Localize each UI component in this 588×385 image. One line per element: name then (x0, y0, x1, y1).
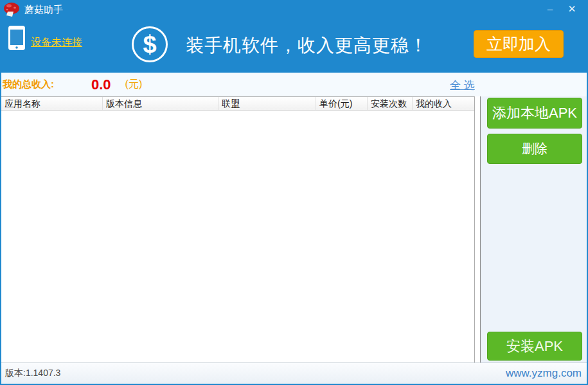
close-button[interactable]: ✕ (561, 1, 583, 18)
column-header-alliance[interactable]: 联盟 (218, 97, 316, 110)
promo-banner: 设备未连接 $ 装手机软件，收入更高更稳！ 立即加入 (0, 19, 588, 73)
website-link[interactable]: www.yzmg.com (506, 367, 582, 380)
version-label: 版本:1.1407.3 (5, 368, 60, 379)
income-unit-label: (元) (125, 78, 143, 91)
title-bar: 蘑菇助手 – ✕ (0, 0, 588, 19)
device-status-link[interactable]: 设备未连接 (31, 36, 82, 49)
app-table: 应用名称 版本信息 联盟 单价(元) 安装次数 我的收入 (1, 96, 475, 363)
table-header-row: 应用名称 版本信息 联盟 单价(元) 安装次数 我的收入 (1, 97, 474, 111)
income-summary-row: 我的总收入: 0.0 (元) 全 选 (0, 73, 588, 96)
mushroom-app-icon (3, 2, 20, 17)
total-income-value: 0.0 (91, 76, 111, 93)
action-sidebar: 添加本地APK 删除 安装APK (480, 96, 587, 363)
app-window: 蘑菇助手 – ✕ 设备未连接 $ 装手机软件，收入更高更稳！ 立即加入 我的总收… (0, 0, 588, 385)
select-all-link[interactable]: 全 选 (450, 78, 475, 93)
column-header-app-name[interactable]: 应用名称 (1, 97, 103, 110)
column-header-unit-price[interactable]: 单价(元) (316, 97, 368, 110)
phone-icon (8, 25, 26, 51)
window-border-left (0, 0, 1, 385)
dollar-icon: $ (132, 26, 168, 62)
add-local-apk-button[interactable]: 添加本地APK (487, 98, 582, 129)
status-bar: 版本:1.1407.3 www.yzmg.com (0, 363, 588, 384)
install-apk-button[interactable]: 安装APK (487, 332, 582, 361)
total-income-label: 我的总收入: (3, 78, 54, 91)
column-header-version-info[interactable]: 版本信息 (103, 97, 218, 110)
delete-button[interactable]: 删除 (487, 134, 582, 164)
window-controls: – ✕ (539, 0, 583, 19)
table-body-empty (1, 111, 474, 363)
banner-slogan: 装手机软件，收入更高更稳！ (186, 33, 428, 58)
join-now-button[interactable]: 立即加入 (474, 30, 564, 58)
window-title: 蘑菇助手 (24, 4, 63, 16)
minimize-button[interactable]: – (539, 1, 561, 18)
column-header-my-income[interactable]: 我的收入 (413, 97, 474, 110)
column-header-install-count[interactable]: 安装次数 (368, 97, 413, 110)
